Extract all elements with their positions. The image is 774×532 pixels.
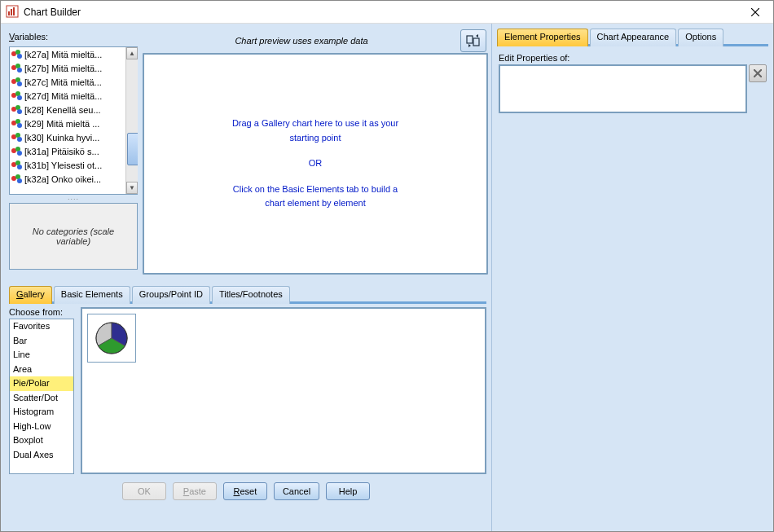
gallery-type-item[interactable]: High-Low [10,420,73,434]
tab-basic-elements[interactable]: Basic Elements [54,286,130,304]
scrollbar[interactable]: ▲ ▼ [125,47,138,194]
no-categories-panel: No categories (scale variable) [9,203,138,270]
gallery-type-item[interactable]: Pie/Polar [10,376,73,391]
dialog-buttons: OK Paste Reset Cancel Help [1,477,491,510]
nominal-icon [11,105,23,115]
gallery-type-item[interactable]: Histogram [10,405,73,420]
gallery-type-item[interactable]: Scatter/Dot [10,391,73,406]
svg-rect-3 [13,7,15,15]
resize-handle[interactable]: ···· [9,195,138,200]
preview-column: Chart preview uses example data [143,32,488,275]
gallery-type-list[interactable]: FavoritesBarLineAreaPie/PolarScatter/Dot… [9,319,74,474]
variables-label: Variables: [9,32,138,42]
properties-target-input[interactable] [499,64,747,113]
svg-rect-2 [11,9,12,15]
edit-properties-label: Edit Properties of: [499,53,768,63]
nominal-icon [11,77,23,87]
variable-item[interactable]: [k27d] Mitä mieltä... [10,89,125,103]
svg-rect-1 [8,11,10,15]
scroll-up-button[interactable]: ▲ [126,47,138,59]
tab-element-properties[interactable]: Element Properties [497,29,588,46]
gallery-type-item[interactable]: Dual Axes [10,448,73,463]
reset-button[interactable]: Reset [223,482,267,500]
gallery-type-item[interactable]: Area [10,363,73,377]
gallery-thumbnails [81,307,486,474]
gallery-type-item[interactable]: Favorites [10,319,73,334]
variable-item[interactable]: [k27a] Mitä mieltä... [10,47,125,61]
variables-column: Variables: [k27a] Mitä mieltä...[k27b] M… [9,32,138,275]
nominal-icon [11,119,23,129]
swap-axes-button[interactable] [460,29,486,52]
app-icon [6,5,19,20]
titlebar: Chart Builder [1,1,773,24]
ok-button[interactable]: OK [122,482,166,500]
lower-tabs: Gallery Basic Elements Groups/Point ID T… [9,286,486,304]
nominal-icon [11,91,23,101]
variable-item[interactable]: [k29] Mitä mieltä ... [10,117,125,130]
pie-chart-thumbnail[interactable] [87,314,136,363]
tab-titles-footnotes[interactable]: Titles/Footnotes [212,286,290,304]
svg-rect-6 [467,36,473,43]
variables-list[interactable]: [k27a] Mitä mieltä...[k27b] Mitä mieltä.… [9,46,138,195]
close-button[interactable] [739,2,772,23]
gallery-type-item[interactable]: Boxplot [10,433,73,448]
remove-element-button[interactable] [749,64,767,82]
svg-rect-7 [473,38,479,46]
chart-canvas[interactable]: Drag a Gallery chart here to use it as y… [143,53,488,275]
tab-chart-appearance[interactable]: Chart Appearance [590,29,677,46]
nominal-icon [11,174,23,184]
chart-builder-window: Chart Builder Variables: [k27a] Mitä mie… [0,0,774,532]
nominal-icon [11,160,23,170]
left-pane: Variables: [k27a] Mitä mieltä...[k27b] M… [1,24,491,531]
paste-button[interactable]: Paste [173,482,217,500]
variable-item[interactable]: [k30] Kuinka hyvi... [10,130,125,144]
cancel-button[interactable]: Cancel [274,482,319,500]
variable-item[interactable]: [k28] Kenellä seu... [10,103,125,117]
help-button[interactable]: Help [326,482,370,500]
preview-label: Chart preview uses example data [143,36,460,46]
variable-item[interactable]: [k31a] Pitäisikö s... [10,144,125,158]
nominal-icon [11,50,23,59]
tab-gallery[interactable]: Gallery [9,286,52,304]
variable-item[interactable]: [k27b] Mitä mieltä... [10,61,125,75]
tab-groups-point-id[interactable]: Groups/Point ID [132,286,210,304]
nominal-icon [11,147,23,156]
gallery-type-item[interactable]: Line [10,348,73,363]
variable-item[interactable]: [k32a] Onko oikei... [10,172,125,186]
nominal-icon [11,64,23,73]
scroll-down-button[interactable]: ▼ [126,182,138,194]
close-icon [751,8,759,16]
window-title: Chart Builder [24,7,739,18]
swap-icon [466,33,481,48]
tab-options[interactable]: Options [678,29,723,46]
right-tabs: Element Properties Chart Appearance Opti… [497,29,768,46]
scroll-thumb[interactable] [127,133,138,165]
nominal-icon [11,133,23,143]
variable-item[interactable]: [k27c] Mitä mieltä... [10,75,125,89]
right-pane: Element Properties Chart Appearance Opti… [491,24,773,531]
choose-from-label: Choose from: [9,307,74,317]
gallery-type-item[interactable]: Bar [10,334,73,349]
pie-icon [94,320,130,356]
x-icon [754,69,762,77]
variable-item[interactable]: [k31b] Yleisesti ot... [10,158,125,172]
